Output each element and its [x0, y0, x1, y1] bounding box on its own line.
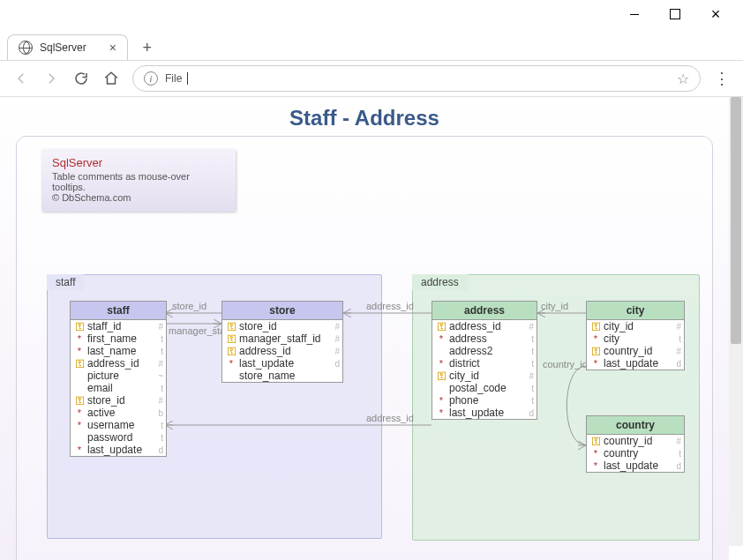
column-type: ~ [154, 371, 163, 381]
new-tab-button[interactable]: + [135, 35, 160, 60]
column-type: # [154, 396, 163, 406]
reload-button[interactable] [67, 64, 95, 93]
column-row[interactable]: picture~ [71, 370, 166, 382]
column-row[interactable]: ⚿address_id# [222, 345, 342, 357]
required-icon: * [594, 334, 597, 344]
column-row[interactable]: address2t [432, 345, 537, 357]
column-row[interactable]: *usernamet [71, 419, 166, 431]
column-row[interactable]: ⚿store_id# [222, 320, 342, 332]
column-row[interactable]: *phonet [432, 394, 537, 407]
column-row[interactable]: ⚿city_id# [432, 370, 537, 382]
column-row[interactable]: *last_updated [432, 407, 537, 419]
nav-back-button[interactable] [7, 64, 35, 93]
column-row[interactable]: *first_namet [71, 332, 166, 345]
page-viewport: Staff - Address SqlServer Table comments… [0, 97, 743, 560]
table-header: address [432, 302, 537, 320]
page-content: Staff - Address SqlServer Table comments… [0, 97, 729, 560]
column-row[interactable]: *last_updated [222, 357, 342, 370]
column-name: staff_id [86, 320, 154, 332]
bookmark-star-icon[interactable]: ☆ [677, 71, 689, 87]
text-cursor [187, 72, 188, 85]
column-row[interactable]: *activeb [71, 407, 166, 419]
window-close-button[interactable]: × [695, 0, 736, 28]
column-row[interactable]: *last_updated [71, 444, 166, 456]
column-type: # [154, 322, 163, 332]
column-row[interactable]: *countryt [587, 447, 684, 459]
tab-close-button[interactable]: × [109, 41, 116, 55]
table-store[interactable]: store ⚿store_id#⚿manager_staff_id#⚿addre… [221, 301, 343, 383]
table-city[interactable]: city ⚿city_id#*cityt⚿country_id#*last_up… [586, 301, 685, 370]
column-type: t [525, 359, 534, 369]
column-type: t [154, 334, 163, 344]
diagram-panel: SqlServer Table comments as mouse-over t… [16, 136, 713, 560]
browser-menu-button[interactable]: ⋮ [708, 69, 736, 88]
column-row[interactable]: passwordt [71, 431, 166, 444]
column-name: address_id [447, 320, 525, 332]
column-name: manager_staff_id [237, 332, 331, 345]
column-name: active [86, 407, 154, 419]
table-header: city [587, 302, 684, 320]
column-type: t [672, 334, 681, 344]
column-row[interactable]: ⚿address_id# [432, 320, 537, 332]
column-row[interactable]: ⚿country_id# [587, 345, 684, 357]
column-row[interactable]: postal_codet [432, 382, 537, 394]
required-icon: * [594, 461, 597, 471]
column-row[interactable]: *addresst [432, 332, 537, 345]
table-staff[interactable]: staff ⚿staff_id#*first_namet*last_namet⚿… [70, 301, 167, 457]
column-type: # [525, 322, 534, 332]
column-type: t [525, 347, 534, 356]
table-header: staff [71, 302, 166, 320]
column-row[interactable]: store_name [222, 370, 342, 382]
address-bar[interactable]: i File ☆ [132, 65, 701, 92]
window-titlebar: × [0, 0, 743, 28]
column-row[interactable]: ⚿staff_id# [71, 320, 166, 332]
key-icon: ⚿ [75, 321, 85, 332]
column-row[interactable]: *last_namet [71, 345, 166, 357]
column-name: last_update [447, 407, 525, 419]
column-row[interactable]: ⚿store_id# [71, 394, 166, 407]
column-row[interactable]: ⚿city_id# [587, 320, 684, 332]
column-name: email [86, 382, 154, 394]
required-icon: * [78, 347, 81, 356]
home-button[interactable] [97, 64, 125, 93]
column-row[interactable]: *last_updated [587, 459, 684, 472]
scrollbar-thumb[interactable] [731, 97, 741, 344]
vertical-scrollbar[interactable] [729, 97, 743, 546]
column-name: country_id [602, 345, 672, 357]
table-country[interactable]: country ⚿country_id#*countryt*last_updat… [586, 415, 685, 473]
tab-title: SqlServer [40, 41, 86, 54]
column-name: city_id [447, 370, 525, 382]
window-maximize-button[interactable] [655, 0, 695, 28]
column-row[interactable]: *districtt [432, 357, 537, 370]
key-icon: ⚿ [227, 346, 236, 356]
nav-forward-button[interactable] [37, 64, 65, 93]
info-box: SqlServer Table comments as mouse-over t… [41, 149, 236, 212]
column-type: d [672, 359, 681, 369]
browser-tab[interactable]: SqlServer × [7, 34, 128, 60]
column-name: password [86, 431, 154, 444]
column-type: t [525, 334, 534, 344]
column-type: t [672, 449, 681, 459]
column-row[interactable]: ⚿manager_staff_id# [222, 332, 342, 345]
column-row[interactable]: *last_updated [587, 357, 684, 370]
column-row[interactable]: *cityt [587, 332, 684, 345]
column-type: # [331, 347, 340, 356]
table-header: country [587, 416, 684, 435]
column-row[interactable]: emailt [71, 382, 166, 394]
column-name: postal_code [447, 382, 525, 394]
site-info-icon[interactable]: i [144, 71, 158, 86]
info-line: © DbSchema.com [52, 192, 225, 203]
key-icon: ⚿ [437, 370, 447, 381]
required-icon: * [594, 359, 597, 369]
group-label: address [412, 274, 468, 290]
column-name: last_update [237, 357, 331, 370]
column-row[interactable]: ⚿address_id# [71, 357, 166, 370]
column-type: t [154, 384, 163, 393]
table-address[interactable]: address ⚿address_id#*addresstaddress2t*d… [432, 301, 537, 420]
column-name: last_update [602, 459, 672, 472]
window-minimize-button[interactable] [614, 0, 655, 28]
column-row[interactable]: ⚿country_id# [587, 435, 684, 447]
column-type: # [525, 371, 534, 381]
column-name: store_id [86, 394, 154, 407]
required-icon: * [78, 445, 81, 455]
